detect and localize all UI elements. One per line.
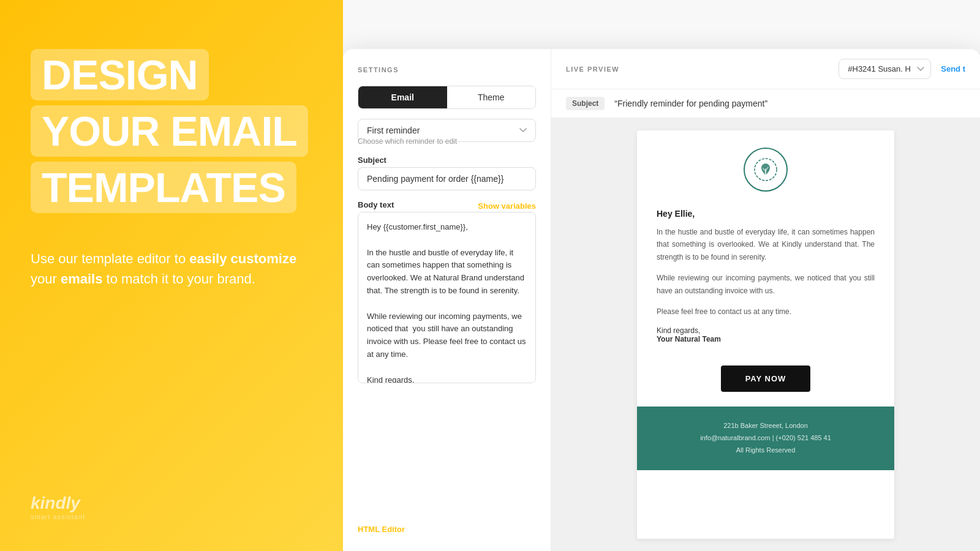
live-preview-label: LIVE PRVIEW xyxy=(566,66,619,73)
send-button[interactable]: Send t xyxy=(941,64,965,73)
pay-now-button[interactable]: PAY NOW xyxy=(721,365,811,392)
headline-line2: YOUR EMAIL xyxy=(42,108,297,154)
preview-panel: LIVE PRVIEW #H3241 Susan. H Send t Subje… xyxy=(551,49,980,551)
email-content: Hey Ellie, In the hustle and bustle of e… xyxy=(637,130,894,539)
subject-badge: Subject xyxy=(566,97,605,110)
tab-email[interactable]: Email xyxy=(358,86,447,108)
customer-select[interactable]: #H3241 Susan. H xyxy=(839,59,931,79)
email-footer: 221b Baker Streeet, London info@naturalb… xyxy=(637,407,894,470)
subject-value: “Friendly reminder for pending payment” xyxy=(614,99,767,108)
headline-box-1: DESIGN xyxy=(31,49,209,100)
preview-header: LIVE PRVIEW #H3241 Susan. H Send t xyxy=(551,49,980,89)
email-para-2: While reviewing our incoming payments, w… xyxy=(657,272,875,297)
settings-section-label: SETTINGS xyxy=(358,66,536,73)
body-label: Body text xyxy=(358,200,394,209)
subject-label: Subject xyxy=(358,156,536,165)
email-regards: Kind regards, xyxy=(657,326,875,335)
footer-rights: All Rights Reserved xyxy=(649,444,882,457)
show-variables-link[interactable]: Show variables xyxy=(478,201,536,211)
reminder-field-group: First reminder Second reminder Final rem… xyxy=(358,119,536,146)
email-para-1: In the hustle and bustle of everyday lif… xyxy=(657,226,875,263)
tab-row: Email Theme xyxy=(358,86,536,109)
email-greeting: Hey Ellie, xyxy=(657,209,875,219)
right-panel: SETTINGS Email Theme First reminder Seco… xyxy=(343,0,980,551)
settings-panel: SETTINGS Email Theme First reminder Seco… xyxy=(343,49,551,551)
pay-now-area: PAY NOW xyxy=(637,356,894,407)
brand-logo-svg xyxy=(754,158,777,181)
headline-box-3: TEMPLATES xyxy=(31,162,296,213)
subject-input[interactable] xyxy=(358,167,536,190)
email-text-area: Hey Ellie, In the hustle and bustle of e… xyxy=(637,203,894,356)
headline-line3: TEMPLATES xyxy=(42,164,285,211)
headline-line1: DESIGN xyxy=(42,51,198,98)
tab-theme[interactable]: Theme xyxy=(447,86,536,108)
email-logo-area xyxy=(637,130,894,203)
brand-logo-circle xyxy=(744,148,788,192)
headline-box-2: YOUR EMAIL xyxy=(31,105,308,157)
card-window: SETTINGS Email Theme First reminder Seco… xyxy=(343,49,980,551)
brand-logo: kindly smart assistant xyxy=(31,493,85,520)
headline-block: DESIGN YOUR EMAIL TEMPLATES xyxy=(31,49,312,218)
body-field-group: Body text Show variables Hey {{customer.… xyxy=(358,200,536,386)
email-body: Hey Ellie, In the hustle and bustle of e… xyxy=(551,118,980,551)
email-para-3: Please feel free to contact us at any ti… xyxy=(657,305,875,318)
footer-email: info@naturalbrand.com | (+020) 521 485 4… xyxy=(649,432,882,444)
subject-field-group: Subject xyxy=(358,156,536,190)
subject-row: Subject “Friendly reminder for pending p… xyxy=(551,89,980,118)
footer-address: 221b Baker Streeet, London xyxy=(649,420,882,432)
html-editor-link[interactable]: HTML Editor xyxy=(358,517,536,534)
left-panel: DESIGN YOUR EMAIL TEMPLATES Use our temp… xyxy=(0,0,343,551)
body-textarea[interactable]: Hey {{customer.first_name}}, In the hust… xyxy=(358,212,536,383)
subtitle: Use our template editor to easily custom… xyxy=(31,249,300,289)
email-regards-name: Your Natural Team xyxy=(657,335,875,343)
